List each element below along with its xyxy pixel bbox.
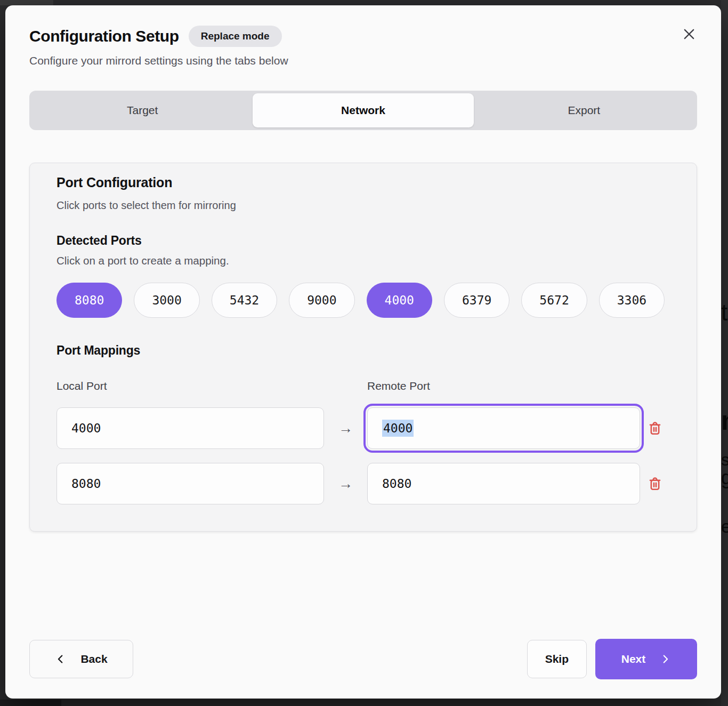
- dialog-subtitle: Configure your mirrord settings using th…: [29, 54, 697, 67]
- port-pill-6379[interactable]: 6379: [444, 283, 509, 318]
- tab-network[interactable]: Network: [253, 93, 473, 127]
- chevron-right-icon: [659, 653, 671, 665]
- arrow-right-icon: →: [338, 476, 353, 492]
- chevron-left-icon: [55, 653, 67, 665]
- dialog-header: Configuration Setup Replace mode: [29, 26, 697, 47]
- detected-ports-heading: Detected Ports: [56, 232, 670, 248]
- back-button[interactable]: Back: [29, 640, 133, 678]
- backdrop-letter-fragment: m: [721, 407, 728, 434]
- remote-port-input[interactable]: [367, 463, 640, 504]
- remote-port-column-label: Remote Port: [367, 380, 640, 392]
- port-configuration-heading: Port Configuration: [56, 174, 670, 191]
- network-tab-panel: Port Configuration Click ports to select…: [29, 163, 697, 532]
- local-port-input[interactable]: [56, 407, 324, 449]
- selected-input-text: 4000: [382, 420, 414, 437]
- backdrop-text-strip: t m s g e: [721, 0, 728, 706]
- delete-mapping-button[interactable]: [643, 472, 667, 495]
- port-mapping-row: → 4000: [56, 407, 670, 449]
- arrow-right-icon: →: [338, 420, 353, 437]
- port-pill-9000[interactable]: 9000: [289, 283, 354, 318]
- port-pill-5672[interactable]: 5672: [521, 283, 587, 318]
- next-button[interactable]: Next: [595, 639, 697, 679]
- backdrop-letter-fragment: e: [721, 517, 728, 535]
- page-title: Configuration Setup: [29, 27, 179, 45]
- backdrop-page-edge-top: [0, 0, 53, 5]
- configuration-setup-dialog: Configuration Setup Replace mode Configu…: [5, 5, 721, 699]
- close-button[interactable]: [680, 25, 699, 44]
- port-pill-5432[interactable]: 5432: [212, 283, 277, 318]
- close-icon: [682, 27, 697, 42]
- detected-ports-list: 8080 3000 5432 9000 4000 6379 5672 3306: [56, 283, 670, 318]
- local-port-input[interactable]: [56, 463, 324, 504]
- port-pill-8080[interactable]: 8080: [56, 283, 122, 318]
- tab-bar: Target Network Export: [29, 91, 697, 130]
- trash-icon: [647, 476, 663, 492]
- tab-export[interactable]: Export: [474, 93, 694, 127]
- local-port-column-label: Local Port: [56, 380, 324, 392]
- skip-button[interactable]: Skip: [527, 640, 587, 678]
- tab-target[interactable]: Target: [32, 93, 253, 127]
- remote-port-input[interactable]: 4000: [367, 407, 640, 449]
- backdrop-letter-fragment: s: [721, 451, 728, 468]
- port-configuration-description: Click ports to select them for mirroring: [56, 198, 670, 212]
- port-mappings-column-labels: Local Port Remote Port: [56, 380, 670, 392]
- replace-mode-badge: Replace mode: [189, 26, 282, 47]
- delete-mapping-button[interactable]: [643, 416, 667, 440]
- trash-icon: [647, 420, 663, 436]
- detected-ports-description: Click on a port to create a mapping.: [56, 254, 670, 268]
- port-pill-3306[interactable]: 3306: [599, 283, 665, 318]
- skip-button-label: Skip: [545, 653, 569, 665]
- backdrop-letter-fragment: g: [721, 468, 728, 487]
- dialog-footer: Back Skip Next: [29, 639, 697, 679]
- port-mappings-heading: Port Mappings: [56, 342, 670, 358]
- backdrop-page-edge-bottom: [0, 700, 61, 706]
- port-pill-4000[interactable]: 4000: [367, 283, 432, 318]
- port-mapping-row: →: [56, 463, 670, 504]
- port-pill-3000[interactable]: 3000: [134, 283, 199, 318]
- backdrop-letter-fragment: t: [721, 301, 727, 324]
- back-button-label: Back: [80, 653, 107, 665]
- next-button-label: Next: [621, 653, 646, 665]
